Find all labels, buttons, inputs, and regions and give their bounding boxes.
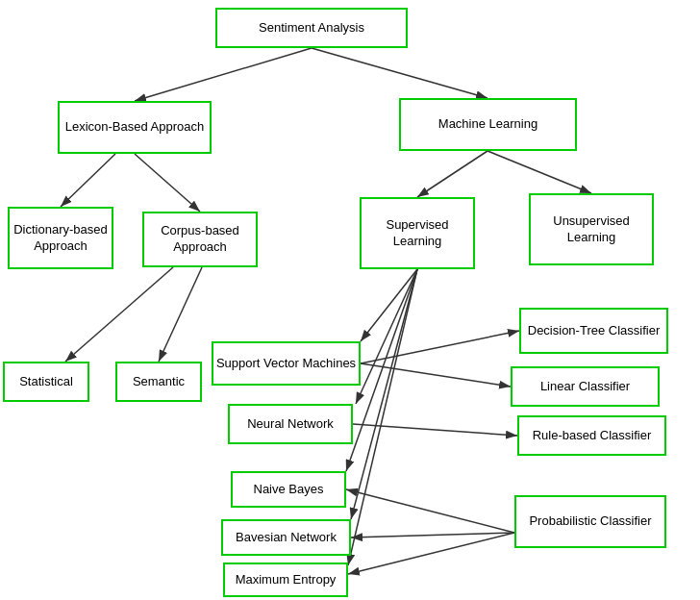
diagram: Sentiment Analysis Lexicon-Based Approac… [0, 0, 700, 600]
svg-line-6 [488, 151, 591, 193]
svg-line-2 [312, 48, 488, 98]
svg-line-12 [351, 269, 417, 519]
lexicon-based-node: Lexicon-Based Approach [58, 101, 212, 154]
svg-line-9 [361, 269, 417, 341]
svg-line-15 [361, 363, 511, 387]
decision-tree-classifier-node: Decision-Tree Classifier [519, 308, 668, 354]
semantic-node: Semantic [115, 362, 202, 402]
rule-based-classifier-node: Rule-based Classifier [517, 415, 666, 456]
svg-line-10 [356, 269, 417, 404]
svg-line-16 [353, 424, 517, 436]
bavesian-network-node: Bavesian Network [221, 519, 351, 556]
svg-line-8 [159, 267, 202, 362]
statistical-node: Statistical [3, 362, 89, 402]
svm-node: Support Vector Machines [212, 341, 361, 386]
svg-line-17 [346, 489, 514, 533]
naive-bayes-node: Naive Bayes [231, 471, 346, 508]
svg-line-3 [61, 154, 115, 207]
neural-network-node: Neural Network [228, 404, 353, 444]
sentiment-analysis-node: Sentiment Analysis [215, 8, 408, 48]
probabilistic-classifier-node: Probabilistic Classifier [514, 495, 666, 548]
svg-line-19 [348, 533, 514, 574]
linear-classifier-node: Linear Classifier [511, 366, 660, 407]
maximum-entropy-node: Maximum Entropy [223, 562, 348, 597]
svg-line-18 [351, 533, 514, 538]
svg-line-14 [361, 331, 519, 363]
svg-line-5 [417, 151, 488, 197]
machine-learning-node: Machine Learning [399, 98, 577, 151]
svg-line-1 [135, 48, 312, 101]
svg-line-7 [65, 267, 173, 362]
svg-line-13 [348, 269, 417, 565]
dictionary-based-node: Dictionary-based Approach [8, 207, 113, 269]
supervised-learning-node: Supervised Learning [360, 197, 475, 269]
corpus-based-node: Corpus-based Approach [142, 212, 258, 267]
unsupervised-learning-node: Unsupervised Learning [529, 193, 654, 265]
svg-line-4 [135, 154, 200, 212]
